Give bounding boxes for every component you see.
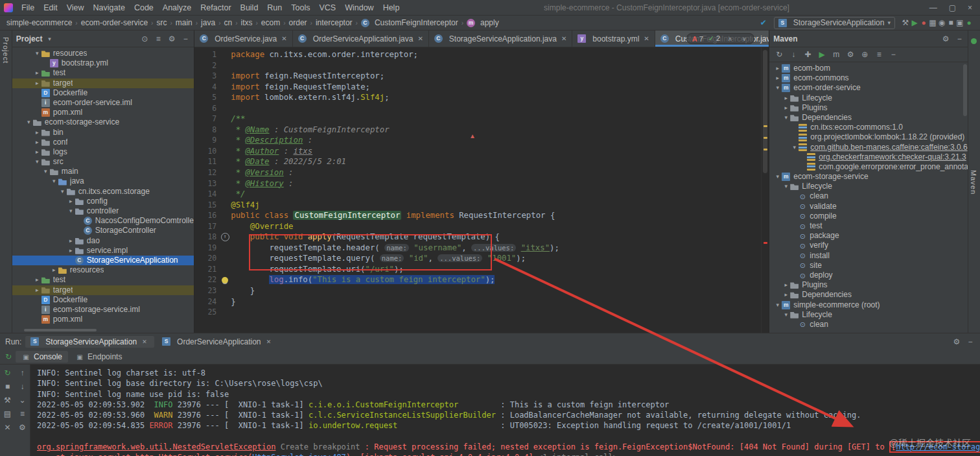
menu-build[interactable]: Build <box>236 1 263 14</box>
menu-refactor[interactable]: Refactor <box>196 1 235 14</box>
code-line[interactable]: 10 * @Author : itxs <box>194 146 769 157</box>
collapse-icon[interactable]: ≡ <box>18 409 27 418</box>
maven-scrollbar-thumb[interactable] <box>963 64 967 116</box>
expand-icon[interactable]: ⊕ <box>860 50 869 59</box>
run-subtab-endpoints[interactable]: ▣Endpoints <box>69 351 128 363</box>
maven-tree-item[interactable]: ⊙install <box>769 251 968 261</box>
hide-icon[interactable]: − <box>181 34 190 43</box>
code-line[interactable]: 4import feign.RequestTemplate; <box>194 82 769 93</box>
maven-tree-item[interactable]: ⊙site <box>769 261 968 270</box>
run-subtab-console[interactable]: ▣Console <box>16 351 68 363</box>
warning-stripe-mark[interactable] <box>764 137 767 139</box>
editor-tab[interactable]: COrderServiceApplication.java✕ <box>293 30 429 47</box>
settings-icon[interactable]: ⚙ <box>952 337 961 346</box>
warning-stripe-mark[interactable] <box>764 125 767 127</box>
breadcrumb-item[interactable]: mapply <box>465 18 500 27</box>
maven-tree-item[interactable]: ⊙clean <box>769 191 968 201</box>
menu-tools[interactable]: Tools <box>286 1 314 14</box>
close-icon[interactable]: ✕ <box>281 35 286 42</box>
editor-tab[interactable]: CStorageServiceApplication.java✕ <box>429 30 573 47</box>
hide-icon[interactable]: − <box>955 34 964 43</box>
settings-icon[interactable]: ⚙ <box>18 423 27 432</box>
maven-tree-item[interactable]: ▾Lifecycle <box>769 182 968 191</box>
maven-tree-item[interactable]: ⊙verify <box>769 241 968 250</box>
chevron-right-icon[interactable]: ▸ <box>67 197 75 206</box>
breadcrumb-item[interactable]: src <box>155 18 168 27</box>
maven-tree-item[interactable]: ⊙package <box>769 231 968 241</box>
project-tree-item[interactable]: DDockerfile <box>12 88 194 98</box>
project-tree-item[interactable]: ▸bin <box>12 128 194 138</box>
chevron-right-icon[interactable]: ▸ <box>782 280 790 290</box>
inspection-indicator[interactable]: A 7 <box>692 35 703 43</box>
menu-run[interactable]: Run <box>262 1 286 14</box>
gradle-icon[interactable] <box>971 38 977 44</box>
breadcrumb-item[interactable]: ecom-order-service <box>80 18 149 27</box>
chevron-right-icon[interactable]: ▸ <box>33 128 41 138</box>
chevron-down-icon[interactable]: ▾ <box>782 182 790 191</box>
project-tree-item[interactable]: CStorageServiceApplication <box>12 256 194 265</box>
project-tree-item[interactable]: ▾src <box>12 157 194 167</box>
maven-tree-item[interactable]: org.checkerframework:checker-qual:3.21.3 <box>769 152 968 162</box>
maven-tree-item[interactable]: ▾mecom-order-service <box>769 83 968 93</box>
grid-icon[interactable]: ▤ <box>3 409 12 418</box>
maven-tree-item[interactable]: ⊙test <box>769 221 968 231</box>
build-hammer-icon[interactable]: ⚒ <box>901 18 910 27</box>
close-icon[interactable]: ✕ <box>561 35 566 42</box>
chevron-right-icon[interactable]: ▸ <box>773 64 782 73</box>
up-icon[interactable]: ↑ <box>18 368 27 378</box>
download-icon[interactable]: ↓ <box>789 50 798 59</box>
project-tree-item[interactable]: ▾controller <box>12 206 194 216</box>
chevron-right-icon[interactable]: ▸ <box>33 147 41 157</box>
code-line[interactable]: 22 log.info("This is a custom feign inte… <box>194 274 769 285</box>
chevron-down-icon[interactable]: ▾ <box>58 187 67 197</box>
code-line[interactable]: 7/** <box>194 114 769 125</box>
project-tree-item[interactable]: ▸dao <box>12 236 194 246</box>
filter-icon[interactable]: ≡ <box>874 50 883 59</box>
stop-icon[interactable]: ■ <box>946 18 955 27</box>
project-tree-item[interactable]: CNacosConfigDemoComtrolle <box>12 216 194 226</box>
settings-icon[interactable]: ⚙ <box>941 34 950 43</box>
maven-tree-item[interactable]: ▾com.github.ben-manes.caffeine:caffeine:… <box>769 143 968 152</box>
minimize-button[interactable]: — <box>929 3 937 12</box>
chevron-down-icon[interactable]: ▾ <box>773 83 782 93</box>
menu-file[interactable]: File <box>17 1 39 14</box>
project-tree-item[interactable]: ▸target <box>12 78 194 88</box>
menu-window[interactable]: Window <box>340 1 378 14</box>
close-icon[interactable]: ✕ <box>264 339 274 345</box>
chevron-down-icon[interactable]: ▾ <box>50 176 58 186</box>
rerun-icon[interactable]: ↻ <box>4 352 13 361</box>
profiler-icon[interactable]: ◉ <box>937 18 946 27</box>
maven-tree-item[interactable]: ▸mecom-bom <box>769 64 968 73</box>
prev-problem-icon[interactable]: ∧ <box>725 36 734 42</box>
chevron-right-icon[interactable]: ▸ <box>33 68 41 78</box>
breadcrumb-item[interactable]: itxs <box>240 18 254 27</box>
check-icon[interactable]: ✔ <box>759 18 768 27</box>
code-editor[interactable]: 1package cn.itxs.ecom.order.interceptor;… <box>194 47 769 333</box>
chevron-right-icon[interactable]: ▸ <box>782 103 790 113</box>
close-icon[interactable]: ✕ <box>644 35 649 42</box>
run-icon[interactable]: ▶ <box>817 50 826 59</box>
chevron-down-icon[interactable]: ▾ <box>773 300 782 310</box>
project-tree-item[interactable]: ▸logs <box>12 147 194 157</box>
project-tree-item[interactable]: ▾java <box>12 176 194 186</box>
maven-tree-item[interactable]: ▾Dependencies <box>769 113 968 123</box>
maven-tree-item[interactable]: ⊙deploy <box>769 270 968 280</box>
maven-tree-item[interactable]: cn.itxs:ecom-commons:1.0 <box>769 123 968 132</box>
breadcrumb-item[interactable]: cn <box>222 18 233 27</box>
close-icon[interactable]: ✕ <box>417 35 423 42</box>
breadcrumb-item[interactable]: interceptor <box>314 18 354 27</box>
code-line[interactable]: 25 <box>194 307 769 318</box>
maven-tree-item[interactable]: ▾mecom-storage-service <box>769 172 968 182</box>
menu-help[interactable]: Help <box>379 1 404 14</box>
code-line[interactable]: 18↑ public void apply(RequestTemplate re… <box>194 232 769 243</box>
rerun-icon[interactable]: ↻ <box>3 368 12 378</box>
console-output[interactable]: INFO: Sentinel log charset is: utf-8INFO… <box>30 365 980 456</box>
code-line[interactable]: 21 requestTemplate.uri("/uri"); <box>194 264 769 275</box>
menu-edit[interactable]: Edit <box>39 1 62 14</box>
code-line[interactable]: 8 * @Name : CustomFeignInterceptor <box>194 125 769 136</box>
coverage-icon[interactable]: ▦ <box>928 18 937 27</box>
add-icon[interactable]: ✚ <box>803 50 812 59</box>
override-marker-icon[interactable]: ↑ <box>221 233 229 241</box>
chevron-down-icon[interactable]: ▾ <box>782 310 790 320</box>
maven-tree-item[interactable]: ▸Dependencies <box>769 290 968 300</box>
